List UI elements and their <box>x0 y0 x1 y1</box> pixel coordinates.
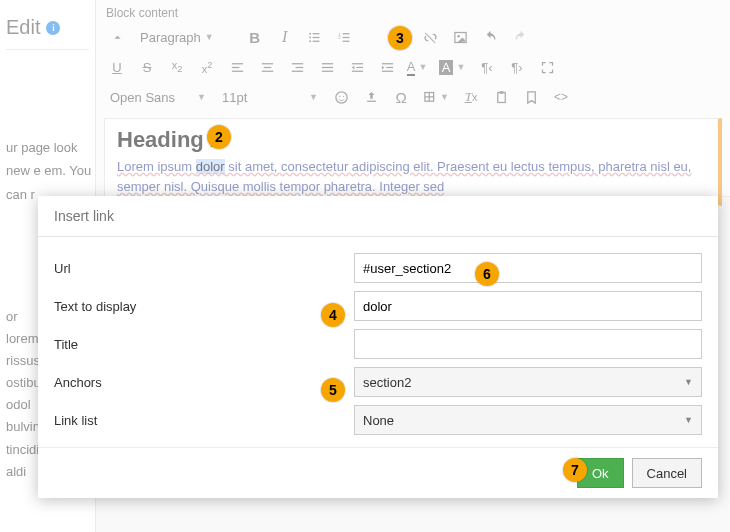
anchors-label: Anchors <box>54 375 354 390</box>
emoji-button[interactable] <box>326 84 356 110</box>
outdent-button[interactable] <box>342 54 372 80</box>
toolbar-row-2: U S x2 x2 A▼ A▼ ¶‹ ¶› <box>96 52 730 82</box>
url-label: Url <box>54 261 354 276</box>
indent-button[interactable] <box>372 54 402 80</box>
undo-button[interactable] <box>476 24 506 50</box>
italic-button[interactable]: I <box>270 24 300 50</box>
editor-panel: Block content Paragraph▼ B I 12 U S x2 x… <box>96 0 730 197</box>
svg-point-2 <box>309 36 311 38</box>
svg-rect-7 <box>343 36 350 37</box>
svg-rect-1 <box>313 33 320 34</box>
size-select[interactable]: 11pt▼ <box>214 84 326 110</box>
svg-rect-27 <box>351 70 362 71</box>
ltr-button[interactable]: ¶‹ <box>472 54 502 80</box>
cancel-button[interactable]: Cancel <box>632 458 702 488</box>
bold-button[interactable]: B <box>240 24 270 50</box>
title-label: Title <box>54 337 354 352</box>
bg-color-button[interactable]: A▼ <box>432 54 472 80</box>
redo-button[interactable] <box>506 24 536 50</box>
svg-rect-34 <box>367 100 376 101</box>
svg-rect-13 <box>231 63 242 64</box>
svg-rect-25 <box>351 63 362 64</box>
svg-point-0 <box>309 32 311 34</box>
svg-rect-15 <box>231 70 242 71</box>
svg-rect-3 <box>313 36 320 37</box>
heading-2: Heading 2 <box>117 127 706 153</box>
annotation-2: 2 <box>207 125 231 149</box>
svg-rect-28 <box>381 63 392 64</box>
svg-rect-19 <box>291 63 302 64</box>
bookmark-button[interactable] <box>516 84 546 110</box>
align-left-button[interactable] <box>222 54 252 80</box>
svg-text:2: 2 <box>338 35 341 40</box>
svg-rect-38 <box>497 92 505 102</box>
svg-point-32 <box>339 95 340 96</box>
svg-rect-23 <box>321 66 332 67</box>
bullet-list-button[interactable] <box>300 24 330 50</box>
edit-label: Edit <box>6 16 40 39</box>
insert-link-dialog: Insert link Url Text to display Title An… <box>38 196 718 498</box>
annotation-3: 3 <box>388 26 412 50</box>
text-display-label: Text to display <box>54 299 354 314</box>
svg-rect-29 <box>386 66 393 67</box>
svg-rect-17 <box>263 66 271 67</box>
numbered-list-button[interactable]: 12 <box>330 24 360 50</box>
svg-rect-30 <box>381 70 392 71</box>
svg-point-33 <box>342 95 343 96</box>
annotation-6: 6 <box>475 262 499 286</box>
strike-button[interactable]: S <box>132 54 162 80</box>
paragraph-select[interactable]: Paragraph▼ <box>132 24 222 50</box>
toolbar-row-3: Open Sans▼ 11pt▼ Ω ▼ Tx <> <box>96 82 730 112</box>
svg-rect-20 <box>295 66 303 67</box>
align-justify-button[interactable] <box>312 54 342 80</box>
svg-rect-24 <box>321 70 332 71</box>
anchors-select[interactable]: section2▼ <box>354 367 702 397</box>
upload-button[interactable] <box>356 84 386 110</box>
annotation-5: 5 <box>321 378 345 402</box>
svg-point-4 <box>309 40 311 42</box>
svg-point-31 <box>335 91 346 102</box>
url-input[interactable] <box>354 253 702 283</box>
source-button[interactable]: <> <box>546 84 576 110</box>
svg-rect-22 <box>321 63 332 64</box>
expand-toggle[interactable] <box>102 24 132 50</box>
svg-rect-6 <box>343 33 350 34</box>
clear-format-button[interactable]: Tx <box>456 84 486 110</box>
paste-button[interactable] <box>486 84 516 110</box>
svg-rect-5 <box>313 40 320 41</box>
annotation-7: 7 <box>563 458 587 482</box>
info-icon: i <box>46 21 60 35</box>
dialog-title: Insert link <box>38 196 718 237</box>
omega-button[interactable]: Ω <box>386 84 416 110</box>
fullscreen-button[interactable] <box>532 54 562 80</box>
toolbar-row-1: Paragraph▼ B I 12 <box>96 22 730 52</box>
superscript-button[interactable]: x2 <box>192 54 222 80</box>
linklist-label: Link list <box>54 413 354 428</box>
annotation-4: 4 <box>321 303 345 327</box>
linklist-select[interactable]: None▼ <box>354 405 702 435</box>
align-center-button[interactable] <box>252 54 282 80</box>
rtl-button[interactable]: ¶› <box>502 54 532 80</box>
text-display-input[interactable] <box>354 291 702 321</box>
svg-rect-39 <box>499 91 503 94</box>
block-content-label: Block content <box>96 0 730 22</box>
svg-point-12 <box>458 35 461 38</box>
align-right-button[interactable] <box>282 54 312 80</box>
font-select[interactable]: Open Sans▼ <box>102 84 214 110</box>
svg-rect-26 <box>356 66 363 67</box>
image-button[interactable] <box>446 24 476 50</box>
body-text: Lorem ipsum dolor sit amet, consectetur … <box>117 159 691 194</box>
selected-text: dolor <box>196 159 225 174</box>
title-input[interactable] <box>354 329 702 359</box>
table-button[interactable]: ▼ <box>416 84 456 110</box>
page-title: Edit i <box>6 16 89 50</box>
underline-button[interactable]: U <box>102 54 132 80</box>
svg-rect-14 <box>231 66 239 67</box>
unlink-button[interactable] <box>416 24 446 50</box>
text-color-button[interactable]: A▼ <box>402 54 432 80</box>
content-area[interactable]: Heading 2 Lorem ipsum dolor sit amet, co… <box>104 118 722 206</box>
svg-rect-16 <box>261 63 272 64</box>
svg-rect-21 <box>291 70 302 71</box>
svg-rect-18 <box>261 70 272 71</box>
subscript-button[interactable]: x2 <box>162 54 192 80</box>
